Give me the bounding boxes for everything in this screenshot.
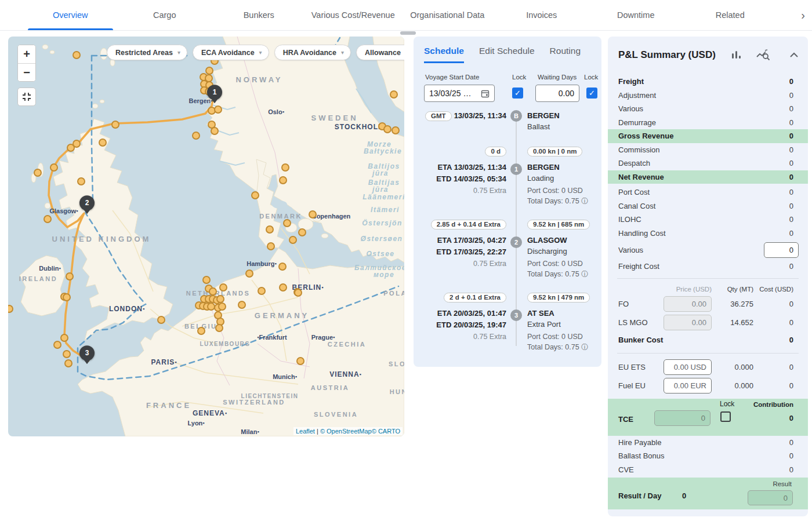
tce-lock-label: Lock [720,400,734,408]
tce-lock-checkbox[interactable] [720,411,731,422]
filter-eca-avoidance[interactable]: ECA Avoidance▾ [193,45,269,60]
eu-price-input[interactable]: 0.00 USD [664,359,712,375]
route-stop-marker[interactable]: 2 [79,195,95,210]
route-stop-marker[interactable]: 1 [207,85,222,100]
etd: ETD 20/03/25, 19:47 [423,319,506,331]
pnl-row-various: Various0 [608,102,808,116]
pnl-row-demurrage: Demurrage0 [608,116,808,130]
filter-allowance[interactable]: Allowance▾ [356,45,404,60]
various-cost-input[interactable]: 0 [764,242,799,258]
result-per-day-value: 0 [682,491,686,500]
fit-bounds-icon [21,92,32,102]
tab-invoices[interactable]: Invoices [495,0,589,30]
lock-label: Lock [512,74,526,81]
fit-bounds-button[interactable] [17,88,36,106]
chevron-down-icon: ▾ [177,49,180,56]
port-activity: Extra Port [527,319,597,330]
start-time: 13/03/25, 11:34 [454,111,506,120]
sched-tab-edit-schedule[interactable]: Edit Schedule [479,46,535,63]
panel-resize-handle[interactable] [400,31,416,35]
extra-days: 0.75 Extra [423,258,506,270]
osm-link[interactable]: © OpenStreetMap [320,428,372,435]
tab-organisational-data[interactable]: Organisational Data [400,0,495,30]
info-icon[interactable]: ⓘ [581,343,588,351]
filter-restricted-areas[interactable]: Restricted Areas▾ [107,45,187,60]
pnl-row-eu-ets: EU ETS 0.00 USD 0.000 0 [608,358,808,377]
pnl-row-freight-cost: Freight Cost0 [608,260,808,274]
total-days: Total Days: 0.75 ⓘ [527,342,597,352]
route-markers: 123 [8,37,404,436]
info-icon[interactable]: ⓘ [581,270,588,278]
tab-various-cost-revenue[interactable]: Various Cost/Revenue [306,0,401,30]
bunker-price-input[interactable]: 0.00 [664,315,712,330]
sched-tab-routing[interactable]: Routing [550,46,581,63]
tab-cargo[interactable]: Cargo [118,0,212,30]
filter-hra-avoidance[interactable]: HRA Avoidance▾ [274,45,351,60]
port-activity: Ballast [527,121,597,132]
voyage-map[interactable]: MorzeBałtyckieBaltijosjūraBaltijasjūraLä… [8,37,404,436]
port-name: GLASGOW [527,235,597,246]
collapse-chevron-icon[interactable] [789,52,799,58]
pnl-row-port-cost: Port Cost0 [608,185,808,199]
pnl-result-row: Result / Day 0 Result 0 [608,478,808,509]
speed-distance-badge: 0.00 kn | 0 nm [527,147,582,156]
etd: ETD 14/03/25, 05:34 [423,173,506,185]
tce-input[interactable]: 0 [654,410,710,426]
duration-badge: 2.85 d + 0.14 d Extra [431,220,506,229]
pnl-tce-row: TCE 0 Lock Contribution 0 [608,399,808,436]
pnl-row-fuel-eu: Fuel EU 0.00 EUR 0.000 0 [608,377,808,395]
contribution-label: Contribution [753,401,793,408]
tab-downtime[interactable]: Downtime [589,0,683,30]
pnl-row-handling-cost: Handling Cost0 [608,227,808,241]
timeline-node: 2 [510,236,522,248]
lock-label-2: Lock [584,74,598,81]
leaflet-link[interactable]: Leaflet [296,428,315,435]
etd: ETD 17/03/25, 22:27 [423,246,506,258]
port-activity: Discharging [527,246,597,257]
timezone-badge: GMT [425,111,452,121]
pnl-bunker-row-lsmgo: LS MGO 0.00 14.652 0 [608,314,808,332]
top-tab-bar: Overview Cargo Bunkers Various Cost/Reve… [0,0,812,31]
pnl-summary-panel: P&L Summary (USD) Freight0Adjustment0Var… [608,37,808,516]
tab-bunkers[interactable]: Bunkers [212,0,306,30]
route-stop-marker[interactable]: 3 [79,345,95,360]
pnl-row-bunker-cost: Bunker Cost0 [608,332,808,348]
total-days: Total Days: 0.75 ⓘ [527,196,597,206]
duration-badge: 2 d + 0.1 d Extra [444,293,506,303]
waiting-days-input[interactable]: 0.00 [535,85,579,102]
pnl-bunker-row-fo: FO 0.00 36.275 0 [608,295,808,314]
bunker-price-input[interactable]: 0.00 [664,296,712,312]
tab-related[interactable]: Related [683,0,778,30]
tabs-overflow-chevron-icon[interactable]: › [801,0,805,31]
eu-price-input[interactable]: 0.00 EUR [664,378,712,394]
zoom-in-button[interactable]: + [18,45,35,63]
waiting-days-lock-checkbox[interactable]: ✓ [586,88,597,99]
result-input[interactable]: 0 [748,490,793,505]
port-name: BERGEN [527,162,597,173]
map-filter-bar: Restricted Areas▾ ECA Avoidance▾ HRA Avo… [107,45,404,60]
port-activity: Loading [527,173,597,184]
eta: ETA 20/03/25, 01:47 [423,308,506,319]
pnl-row-ilohc: ILOHC0 [608,213,808,227]
sched-tab-schedule[interactable]: Schedule [424,46,464,63]
chevron-down-icon: ▾ [341,49,344,56]
zoom-out-button[interactable]: − [18,63,35,81]
trend-analysis-icon[interactable] [756,49,770,61]
pnl-row-despatch: Despatch0 [608,156,808,170]
port-name: AT SEA [527,308,597,319]
bar-chart-icon[interactable] [731,50,742,60]
port-cost: Port Cost: 0 USD [527,331,597,342]
tab-overview[interactable]: Overview [23,0,118,30]
carto-link[interactable]: © CARTO [372,428,400,435]
chevron-down-icon: ▾ [259,49,262,56]
divider [617,353,799,354]
waiting-days-label: Waiting Days [538,74,577,81]
voyage-start-date-label: Voyage Start Date [425,74,479,81]
bunker-table-header: Price (USD) Qty (MT) Cost (USD) [608,283,808,295]
extra-days: 0.75 Extra [423,331,506,343]
voyage-start-date-input[interactable]: 13/03/25 … [424,85,495,102]
info-icon[interactable]: ⓘ [581,197,588,205]
port-cost: Port Cost: 0 USD [527,258,597,269]
total-days: Total Days: 0.75 ⓘ [527,269,597,279]
voyage-start-lock-checkbox[interactable]: ✓ [512,88,523,99]
